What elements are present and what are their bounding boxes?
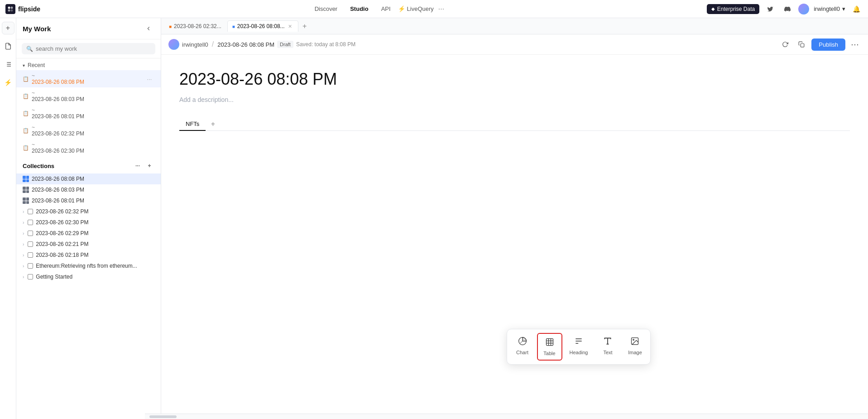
image-icon — [630, 337, 639, 348]
recent-item-1-menu-btn[interactable]: ··· — [144, 74, 154, 84]
collections-add-btn[interactable]: + — [144, 161, 154, 171]
collection-item-3-icon — [23, 197, 29, 204]
twitter-icon-btn[interactable] — [764, 3, 777, 15]
collection-item-5-icon — [28, 220, 33, 225]
user-menu-btn[interactable]: irwingtell0 ▾ — [814, 5, 845, 12]
search-input-wrap[interactable]: 🔍 — [22, 43, 155, 54]
toolbar-chart-btn[interactable]: Chart — [510, 333, 535, 361]
collection-item-6-chevron: › — [23, 231, 24, 236]
saved-status: Saved: today at 8:08 PM — [296, 41, 355, 48]
collection-item-9[interactable]: › Ethereum:Retrieving nfts from ethereum… — [16, 260, 161, 271]
publish-btn[interactable]: Publish — [811, 39, 845, 51]
sidebar-top: My Work — [16, 18, 161, 39]
diamond-icon: ◆ — [711, 6, 715, 11]
sidebar-title: My Work — [23, 25, 51, 33]
tab-1[interactable]: ■ 2023-08-26 02:32... — [164, 20, 226, 32]
svg-point-21 — [633, 339, 634, 341]
recent-item-5-date: 2023-08-26 02:30 PM — [32, 148, 142, 154]
new-item-btn[interactable]: + — [2, 22, 14, 34]
logo-text: flipside — [18, 5, 40, 13]
collection-item-8[interactable]: › 2023-08-26 02:18 PM — [16, 250, 161, 260]
toolbar-image-btn[interactable]: Image — [622, 333, 647, 361]
tab-1-label: 2023-08-26 02:32... — [174, 23, 221, 29]
horizontal-scrollbar[interactable] — [145, 414, 868, 419]
collections-more-btn[interactable]: ··· — [133, 161, 143, 171]
nav-discover[interactable]: Discover — [309, 3, 343, 14]
copy-btn[interactable] — [795, 38, 808, 51]
table-icon — [545, 337, 554, 349]
lightning-icon-btn[interactable]: ⚡ — [2, 76, 14, 89]
tab-2-icon: ■ — [232, 24, 235, 29]
sidebar-icons — [143, 23, 154, 34]
collection-item-10-icon — [28, 274, 33, 279]
recent-item-3[interactable]: 📋 ~ 2023-08-26 08:01 PM ··· — [16, 105, 161, 122]
toolbar-table-label: Table — [543, 351, 555, 356]
collection-item-7[interactable]: › 2023-08-26 02:21 PM — [16, 239, 161, 250]
logo-area[interactable]: flipside — [5, 4, 40, 14]
collection-item-8-chevron: › — [23, 253, 24, 258]
collection-item-3-label: 2023-08-26 08:01 PM — [32, 197, 154, 204]
recent-item-1-date: 2023-08-26 08:08 PM — [32, 79, 142, 85]
refresh-btn[interactable] — [779, 38, 791, 51]
nav-studio[interactable]: Studio — [345, 3, 374, 14]
svg-point-0 — [8, 6, 10, 9]
doc-tab-add-btn[interactable]: + — [207, 119, 218, 130]
collection-item-3[interactable]: 2023-08-26 08:01 PM — [16, 195, 161, 206]
nav-api[interactable]: API — [376, 3, 396, 14]
sidebar-collapse-btn[interactable] — [143, 23, 154, 34]
toolbar-image-label: Image — [628, 350, 642, 355]
collection-item-1-icon — [23, 176, 29, 182]
recent-section-header[interactable]: ▾ Recent — [16, 58, 161, 70]
tab-2-close-btn[interactable]: ✕ — [287, 23, 293, 29]
tab-add-btn[interactable]: + — [299, 21, 310, 32]
collection-item-2[interactable]: 2023-08-26 08:03 PM — [16, 184, 161, 195]
list-icon-btn[interactable] — [2, 58, 14, 71]
doc-header-left: irwingtell0 / 2023-08-26 08:08 PM Draft … — [168, 39, 355, 50]
nav-livequery[interactable]: ⚡ LiveQuery — [398, 5, 434, 12]
user-avatar — [798, 4, 809, 14]
toolbar-table-btn[interactable]: Table — [537, 333, 562, 361]
doc-header-right: Publish ⋯ — [779, 38, 861, 51]
recent-item-2-icon: 📋 — [23, 93, 29, 99]
recent-item-4-title: ~ — [32, 124, 142, 130]
sidebar: My Work 🔍 ▾ Recent — [16, 18, 161, 419]
doc-tab-nfts[interactable]: NFTs — [179, 118, 206, 131]
doc-more-btn[interactable]: ⋯ — [849, 39, 861, 49]
toolbar-text-btn[interactable]: Text — [595, 333, 620, 361]
search-icon: 🔍 — [26, 46, 33, 52]
files-icon-btn[interactable] — [2, 40, 14, 53]
collection-item-8-label: 2023-08-26 02:18 PM — [36, 252, 154, 258]
nav-right: ◆ Enterprise Data irwingtell0 ▾ 🔔 — [707, 3, 863, 15]
doc-owner-avatar — [168, 39, 179, 50]
collection-item-1-label: 2023-08-26 08:08 PM — [32, 176, 154, 182]
tab-1-icon: ■ — [169, 24, 172, 29]
recent-item-1[interactable]: 📋 ~ 2023-08-26 08:08 PM ··· — [16, 70, 161, 87]
draft-badge: Draft — [277, 41, 293, 48]
heading-icon — [574, 337, 583, 348]
recent-label: Recent — [28, 62, 45, 68]
recent-item-5[interactable]: 📋 ~ 2023-08-26 02:30 PM ··· — [16, 139, 161, 156]
lightning-icon: ⚡ — [398, 5, 405, 12]
doc-main-title[interactable]: 2023-08-26 08:08 PM — [179, 69, 850, 89]
discord-icon-btn[interactable] — [781, 3, 794, 15]
search-input[interactable] — [36, 45, 151, 52]
collection-item-1[interactable]: 2023-08-26 08:08 PM — [16, 173, 161, 184]
nav-more-btn[interactable]: ··· — [436, 5, 447, 13]
collection-item-4-label: 2023-08-26 02:32 PM — [36, 208, 154, 215]
doc-path-title: 2023-08-26 08:08 PM — [217, 41, 274, 48]
collection-item-5[interactable]: › 2023-08-26 02:30 PM — [16, 217, 161, 228]
enterprise-btn[interactable]: ◆ Enterprise Data — [707, 4, 759, 14]
tab-2[interactable]: ■ 2023-08-26 08:08... ✕ — [227, 20, 298, 32]
recent-item-5-info: ~ 2023-08-26 02:30 PM — [32, 141, 142, 154]
collection-item-6[interactable]: › 2023-08-26 02:29 PM — [16, 228, 161, 239]
recent-item-2[interactable]: 📋 ~ 2023-08-26 08:03 PM ··· — [16, 87, 161, 105]
recent-item-4[interactable]: 📋 ~ 2023-08-26 02:32 PM ··· — [16, 122, 161, 139]
toolbar-heading-btn[interactable]: Heading — [564, 333, 594, 361]
doc-description[interactable]: Add a description... — [179, 96, 850, 103]
notification-bell-btn[interactable]: 🔔 — [850, 3, 863, 15]
collection-item-10[interactable]: › Getting Started — [16, 271, 161, 282]
text-icon — [603, 337, 612, 348]
left-panel: + ⚡ My Work 🔍 — [0, 18, 161, 419]
toolbar-heading-label: Heading — [570, 350, 588, 355]
collection-item-4[interactable]: › 2023-08-26 02:32 PM — [16, 206, 161, 217]
